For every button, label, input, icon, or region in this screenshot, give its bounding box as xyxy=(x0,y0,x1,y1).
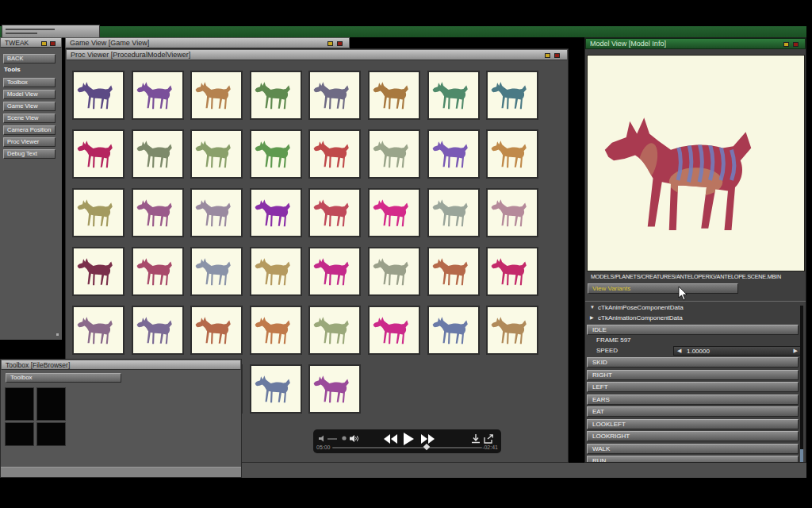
anim-bar-walk[interactable]: WALK xyxy=(587,444,799,454)
creature-card[interactable] xyxy=(427,129,480,179)
creature-card[interactable] xyxy=(250,364,302,414)
creature-card[interactable] xyxy=(368,129,420,179)
creature-card[interactable] xyxy=(308,247,361,296)
arrow-left-icon[interactable]: ◀ xyxy=(677,347,681,355)
back-button[interactable]: BACK xyxy=(3,54,56,64)
model-view-titlebar[interactable]: Model View [Model Info] xyxy=(585,38,806,49)
volume-icon[interactable] xyxy=(319,435,326,442)
component-row-animation[interactable]: ▶cTkAnimationComponentData xyxy=(590,314,683,321)
sidebar-item-proc-viewer[interactable]: Proc Viewer xyxy=(3,137,56,147)
creature-card[interactable] xyxy=(250,306,302,355)
file-slot[interactable] xyxy=(36,387,66,421)
creature-card[interactable] xyxy=(72,129,124,179)
toolbox-button[interactable]: Toolbox xyxy=(6,373,121,383)
creature-card[interactable] xyxy=(368,247,420,296)
creature-card[interactable] xyxy=(427,188,480,237)
creature-card[interactable] xyxy=(190,71,243,120)
fast-forward-button[interactable] xyxy=(421,434,435,444)
model-viewport[interactable] xyxy=(587,55,805,271)
anim-bar-idle[interactable]: IDLE xyxy=(587,325,799,335)
anim-bar-lookleft[interactable]: LOOKLEFT xyxy=(587,419,799,429)
anim-bar-run[interactable]: RUN xyxy=(587,456,799,463)
sidebar-item-camera-position[interactable]: Camera Position xyxy=(3,125,56,135)
speaker-icon[interactable] xyxy=(350,434,359,443)
minimize-button[interactable] xyxy=(545,53,550,58)
anim-bar-left[interactable]: LEFT xyxy=(587,382,799,392)
file-slot[interactable] xyxy=(36,422,66,446)
creature-card[interactable] xyxy=(486,247,538,296)
anim-bar-right[interactable]: RIGHT xyxy=(587,370,799,380)
speed-slider[interactable]: ◀ 1.00000 ▶ xyxy=(673,346,802,356)
file-slot[interactable] xyxy=(5,422,34,446)
rewind-button[interactable] xyxy=(384,434,398,444)
creature-card[interactable] xyxy=(308,188,361,237)
creature-card[interactable] xyxy=(132,71,184,120)
creature-card[interactable] xyxy=(427,71,480,120)
tweak-titlebar[interactable]: TWEAK xyxy=(0,37,62,48)
creature-card[interactable] xyxy=(368,306,420,355)
creature-card[interactable] xyxy=(368,71,420,120)
play-button[interactable] xyxy=(404,433,414,445)
creature-card[interactable] xyxy=(250,129,302,179)
triangle-right-icon[interactable]: ▶ xyxy=(590,314,598,320)
creature-card[interactable] xyxy=(486,71,538,120)
creature-card[interactable] xyxy=(190,247,243,296)
creature-card[interactable] xyxy=(190,306,243,355)
creature-card[interactable] xyxy=(72,71,124,120)
minimize-button[interactable] xyxy=(41,41,47,46)
progress-track[interactable] xyxy=(332,447,482,448)
sidebar-item-toolbox[interactable]: Toolbox xyxy=(3,78,56,87)
export-frame-button[interactable] xyxy=(471,434,481,444)
creature-card[interactable] xyxy=(250,71,302,120)
creature-card[interactable] xyxy=(190,188,243,237)
creature-card[interactable] xyxy=(308,306,361,355)
creature-card[interactable] xyxy=(72,188,124,237)
creature-card[interactable] xyxy=(427,306,480,355)
resize-grip[interactable] xyxy=(56,333,59,336)
creature-card[interactable] xyxy=(486,129,538,179)
sidebar-item-debug-text[interactable]: Debug Text xyxy=(3,149,56,159)
creature-card[interactable] xyxy=(308,364,361,414)
creature-card[interactable] xyxy=(190,129,243,179)
creature-card[interactable] xyxy=(72,306,124,355)
creature-card[interactable] xyxy=(250,188,302,237)
minimize-button[interactable] xyxy=(327,41,333,46)
creature-card[interactable] xyxy=(308,129,361,179)
sidebar-item-scene-view[interactable]: Scene View xyxy=(3,114,56,123)
creature-card[interactable] xyxy=(132,188,184,237)
creature-card[interactable] xyxy=(72,247,124,296)
creature-card[interactable] xyxy=(486,188,538,237)
anim-bar-ears[interactable]: EARS xyxy=(587,394,799,405)
mini-toolbar-button[interactable] xyxy=(2,25,100,38)
file-slot[interactable] xyxy=(5,387,34,421)
creature-card[interactable] xyxy=(132,306,184,355)
component-row-anim-pose[interactable]: ▼cTkAnimPoseComponentData xyxy=(590,304,684,311)
creature-card[interactable] xyxy=(132,247,184,296)
creature-card[interactable] xyxy=(427,247,480,296)
progress-thumb[interactable] xyxy=(423,444,430,450)
anim-bar-skid[interactable]: SKID xyxy=(587,357,799,368)
share-button[interactable] xyxy=(484,434,494,444)
toolbox-titlebar[interactable]: Toolbox [FileBrowser] xyxy=(1,360,241,370)
close-button[interactable] xyxy=(50,41,56,46)
view-variants-button[interactable]: View Variants xyxy=(588,283,738,294)
creature-card[interactable] xyxy=(486,306,538,355)
triangle-down-icon[interactable]: ▼ xyxy=(590,305,598,310)
creature-card[interactable] xyxy=(368,188,420,237)
close-button[interactable] xyxy=(793,42,799,47)
proc-viewer-titlebar[interactable]: Proc Viewer [ProceduralModelViewer] xyxy=(66,49,568,60)
anim-bar-eat[interactable]: EAT xyxy=(587,406,799,417)
scrollbar-track[interactable] xyxy=(800,306,803,463)
scrollbar-thumb[interactable] xyxy=(800,449,803,463)
volume-slider[interactable] xyxy=(327,438,337,440)
close-button[interactable] xyxy=(554,53,560,58)
arrow-right-icon[interactable]: ▶ xyxy=(794,347,798,355)
creature-card[interactable] xyxy=(132,129,184,179)
sidebar-item-model-view[interactable]: Model View xyxy=(3,90,56,99)
anim-bar-lookright[interactable]: LOOKRIGHT xyxy=(587,431,799,441)
sidebar-item-game-view[interactable]: Game View xyxy=(3,102,56,111)
creature-card[interactable] xyxy=(308,71,361,120)
creature-card[interactable] xyxy=(250,247,302,296)
close-button[interactable] xyxy=(337,41,343,46)
game-view-titlebar[interactable]: Game View [Game View] xyxy=(65,37,350,48)
